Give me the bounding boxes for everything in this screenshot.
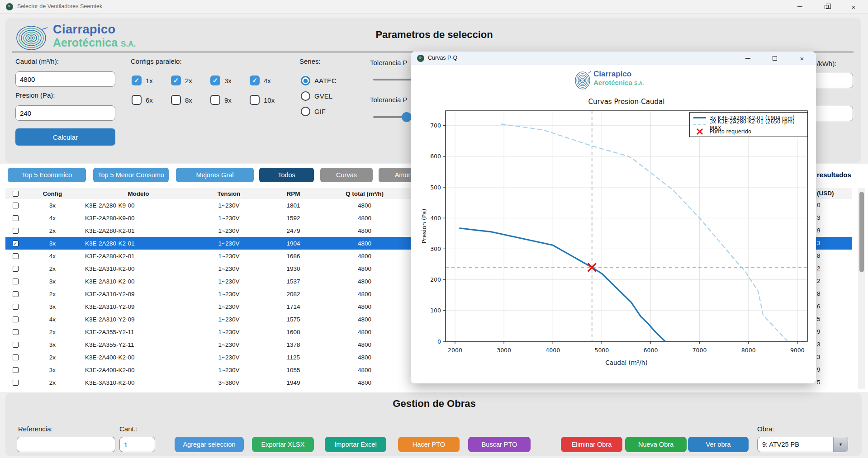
cell-rpm: 1537 [261, 278, 326, 285]
popup-maximize-button[interactable] [764, 52, 785, 65]
unchecked-checkbox-icon[interactable] [13, 304, 19, 310]
cell-config: 3x [25, 303, 80, 310]
config-checkbox-8x[interactable]: 8x [171, 95, 192, 105]
unchecked-checkbox-icon[interactable] [13, 228, 19, 234]
row-checkbox-cell[interactable] [5, 329, 25, 335]
row-checkbox-cell[interactable] [5, 316, 25, 322]
cant-input[interactable] [119, 437, 155, 452]
cell-q-total: 4800 [326, 354, 403, 361]
config-checkbox-9x[interactable]: 9x [210, 95, 232, 105]
popup-minimize-button[interactable] [737, 52, 758, 65]
config-checkbox-2x[interactable]: ✓2x [171, 76, 192, 85]
cell-usd-fragment: 3 [817, 351, 821, 364]
unchecked-checkbox-icon[interactable] [13, 354, 19, 360]
cell-modelo: K3E-2A400-K2-00 [80, 367, 197, 373]
row-checkbox-cell[interactable] [5, 342, 25, 348]
row-checkbox-cell[interactable]: ✓ [5, 241, 25, 246]
legend-x-marker-icon [693, 128, 706, 135]
row-checkbox-cell[interactable] [5, 380, 25, 386]
popup-close-button[interactable]: × [792, 52, 812, 65]
row-checkbox-cell[interactable] [5, 228, 25, 234]
cell-config: 4x [25, 215, 80, 222]
unchecked-checkbox-icon[interactable] [13, 253, 19, 259]
config-checkbox-4x[interactable]: ✓4x [250, 76, 271, 85]
window-maximize-button[interactable] [816, 0, 837, 14]
calcular-button[interactable]: Calcular [15, 128, 115, 146]
unchecked-checkbox-icon[interactable] [13, 203, 19, 208]
unchecked-checkbox-icon[interactable] [13, 380, 19, 386]
unchecked-checkbox-icon[interactable] [13, 279, 19, 284]
unchecked-checkbox-icon[interactable] [13, 266, 19, 272]
row-checkbox-cell[interactable] [5, 291, 25, 297]
row-checkbox-cell[interactable] [5, 253, 25, 259]
buscar-pto-button[interactable]: Buscar PTO [468, 437, 531, 452]
ver-obra-button[interactable]: Ver obra [688, 437, 749, 452]
caudal-input[interactable] [15, 71, 115, 87]
row-checkbox-cell[interactable] [5, 203, 25, 208]
cell-usd-fragment: 5 [817, 313, 821, 326]
cell-rpm: 1378 [261, 341, 326, 348]
window-minimize-button[interactable] [789, 0, 810, 14]
cell-config: 2x [25, 379, 80, 386]
config-checkbox-1x[interactable]: ✓1x [132, 76, 153, 85]
obra-dropdown[interactable]: 9: ATV25 PB ▼ [757, 437, 848, 452]
config-checkbox-label: 6x [146, 96, 153, 104]
unchecked-checkbox-icon[interactable] [13, 342, 19, 348]
window-title: Selector de Ventiladores Seemtek [17, 3, 102, 9]
row-checkbox-cell[interactable] [5, 279, 25, 284]
unchecked-checkbox-icon[interactable] [13, 215, 19, 221]
unchecked-checkbox-icon[interactable] [13, 367, 19, 373]
filter-button-todos[interactable]: Todos [259, 168, 314, 182]
row-checkbox-cell[interactable] [5, 304, 25, 310]
cell-config: 2x [25, 227, 80, 234]
series-radio-gvel[interactable]: GVEL [301, 91, 332, 101]
brand-name: Ciarrapico [53, 23, 116, 37]
unchecked-checkbox-icon[interactable] [13, 291, 19, 297]
select-all-checkbox-cell[interactable] [5, 191, 25, 197]
cell-tension: 3~380V [197, 379, 261, 386]
radio-selected-icon [301, 76, 310, 85]
filter-button-curvas[interactable]: Curvas [320, 168, 373, 182]
table-scrollbar[interactable] [858, 188, 865, 389]
hacer-pto-button[interactable]: Hacer PTO [398, 437, 460, 452]
importar-excel-button[interactable]: Importar Excel [325, 437, 386, 452]
referencia-input[interactable] [17, 437, 115, 452]
cell-modelo: K3E-2A280-K2-01 [80, 253, 197, 260]
header-q-total: Q total (m³/h) [326, 190, 403, 197]
obras-title: Gestion de Obras [299, 398, 570, 410]
header-rpm: RPM [261, 190, 326, 197]
cell-rpm: 1608 [261, 329, 326, 335]
unchecked-checkbox-icon[interactable] [13, 329, 19, 335]
eliminar-obra-button[interactable]: Eliminar Obra [561, 437, 622, 452]
exportar-xlsx-button[interactable]: Exportar XLSX [252, 437, 314, 452]
nueva-obra-button[interactable]: Nueva Obra [625, 437, 687, 452]
config-checkbox-10x[interactable]: 10x [250, 95, 275, 105]
cell-tension: 1~230V [197, 354, 261, 361]
cell-q-total: 4800 [326, 329, 403, 335]
filter-button-top-5-economico[interactable]: Top 5 Economico [8, 168, 86, 182]
tolerancia2-slider-handle[interactable] [402, 112, 412, 122]
cell-modelo: K3E-2A310-Y2-09 [80, 316, 197, 323]
filter-button-mejores-gral[interactable]: Mejores Gral [176, 168, 254, 182]
window-close-button[interactable]: × [843, 0, 864, 14]
row-checkbox-cell[interactable] [5, 354, 25, 360]
obra-label: Obra: [757, 425, 774, 433]
row-checkbox-cell[interactable] [5, 367, 25, 373]
cell-q-total: 4800 [326, 265, 403, 272]
agregar-seleccion-button[interactable]: Agregar seleccion [175, 437, 244, 452]
popup-titlebar: Curvas P-Q × [411, 52, 816, 65]
select-all-checkbox[interactable] [13, 191, 19, 197]
unchecked-checkbox-icon[interactable] [13, 316, 19, 322]
series-radio-aatec[interactable]: AATEC [301, 76, 337, 85]
config-checkbox-6x[interactable]: 6x [132, 95, 153, 105]
checked-checkbox-icon[interactable]: ✓ [13, 241, 19, 246]
cell-config: 3x [25, 341, 80, 348]
row-checkbox-cell[interactable] [5, 215, 25, 221]
series-radio-gif[interactable]: GIF [301, 107, 326, 116]
row-checkbox-cell[interactable] [5, 266, 25, 272]
filter-button-top-5-menor-consumo[interactable]: Top 5 Menor Consumo [93, 168, 169, 182]
scrollbar-thumb[interactable] [859, 192, 864, 272]
presion-input[interactable] [15, 105, 115, 121]
tolerancia2-label: Tolerancia P [370, 96, 408, 104]
config-checkbox-3x[interactable]: ✓3x [210, 76, 232, 85]
